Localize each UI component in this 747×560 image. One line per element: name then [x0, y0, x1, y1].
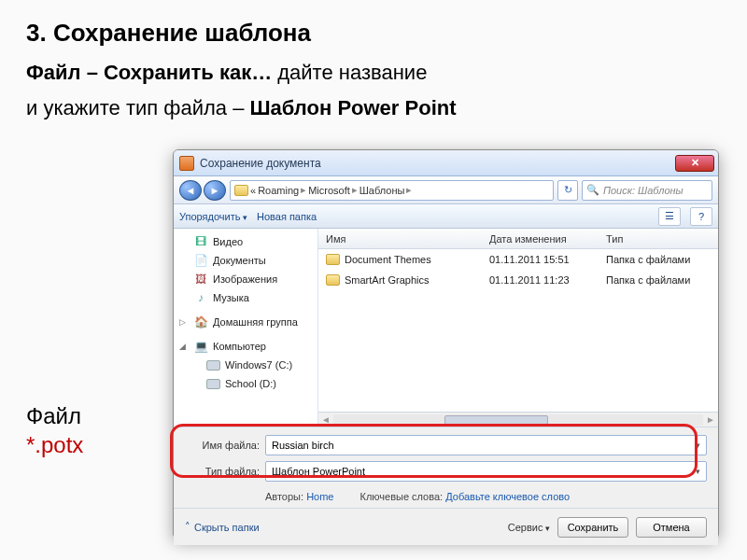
keywords-label: Ключевые слова: — [359, 491, 443, 502]
close-button[interactable]: ✕ — [675, 155, 714, 172]
expand-icon[interactable]: ◢ — [179, 342, 189, 351]
disk-icon — [206, 360, 220, 371]
save-as-dialog: Сохранение документа ✕ ◄ ► « Roaming▸ Mi… — [173, 149, 719, 539]
toolbar: Упорядочить Новая папка ☰ ? — [174, 204, 718, 229]
col-date[interactable]: Дата изменения — [482, 233, 599, 245]
scroll-thumb[interactable] — [444, 415, 548, 425]
scroll-left[interactable]: ◄ — [318, 414, 333, 425]
row-date: 01.11.2011 11:23 — [482, 274, 599, 286]
organize-menu[interactable]: Упорядочить — [179, 211, 247, 222]
table-row[interactable]: SmartArt Graphics01.11.2011 11:23Папка с… — [318, 270, 718, 290]
nav-arrows: ◄ ► — [179, 180, 226, 201]
img-icon: 🖼 — [193, 272, 208, 287]
bc-root[interactable]: « — [250, 185, 256, 196]
hide-folders-toggle[interactable]: ˄ Скрыть папки — [185, 521, 260, 533]
col-type[interactable]: Тип — [599, 233, 718, 245]
slide-bold-2: Шаблон Power Point — [249, 96, 456, 119]
folder-icon — [234, 185, 248, 196]
row-name: Document Themes — [345, 254, 431, 265]
h-scrollbar[interactable]: ◄ ► — [318, 412, 718, 427]
keywords-value[interactable]: Добавьте ключевое слово — [445, 491, 570, 502]
nav-bar: ◄ ► « Roaming▸ Microsoft▸ Шаблоны▸ ↻ 🔍 П… — [174, 176, 718, 204]
bc-2[interactable]: Microsoft — [308, 185, 350, 196]
video-icon: 🎞 — [193, 234, 208, 249]
filename-label: Имя файла: — [185, 440, 260, 451]
view-mode-button[interactable]: ☰ — [658, 207, 681, 226]
filetype-value: Шаблон PowerPoint — [272, 466, 365, 477]
dialog-footer: ˄ Скрыть папки Сервис Сохранить Отмена — [174, 508, 718, 545]
search-icon: 🔍 — [586, 184, 599, 196]
file-extension-label: Файл *.potx — [26, 401, 83, 459]
slide-subline-2: и укажите тип файла – Шаблон Power Point — [0, 91, 747, 126]
slide-bold-1: Файл – Сохранить как… — [26, 61, 272, 84]
forward-button[interactable]: ► — [204, 180, 226, 201]
tree-label: Документы — [213, 255, 266, 266]
form-area: Имя файла: Russian birch Тип файла: Шабл… — [174, 427, 718, 508]
pc-icon: 💻 — [193, 339, 208, 354]
tree-item[interactable]: ◢💻Компьютер — [174, 337, 317, 356]
tree-label: Изображения — [213, 273, 277, 285]
filetype-select[interactable]: Шаблон PowerPoint — [265, 461, 707, 482]
ext-pattern: *.potx — [26, 430, 83, 459]
tree-item[interactable]: School (D:) — [174, 374, 317, 393]
scroll-right[interactable]: ► — [703, 414, 718, 425]
tree-label: Видео — [213, 236, 243, 247]
disk-icon — [206, 379, 220, 389]
save-button[interactable]: Сохранить — [557, 517, 628, 538]
row-name: SmartArt Graphics — [345, 274, 429, 286]
back-button[interactable]: ◄ — [179, 180, 202, 201]
tree-item[interactable]: Windows7 (C:) — [174, 356, 317, 374]
tree-item[interactable]: 🎞Видео — [174, 232, 317, 251]
folder-icon — [326, 274, 340, 286]
bc-3[interactable]: Шаблоны — [359, 185, 405, 196]
tree-label: Домашняя группа — [213, 316, 298, 328]
authors-value[interactable]: Home — [306, 491, 333, 502]
table-row[interactable]: Document Themes01.11.2011 15:51Папка с ф… — [318, 249, 718, 270]
slide-rest-1: дайте название — [272, 61, 427, 84]
tree-label: School (D:) — [225, 378, 276, 389]
doc-icon: 📄 — [193, 253, 208, 268]
row-type: Папка с файлами — [599, 254, 718, 265]
ext-word: Файл — [26, 401, 83, 430]
hide-folders-label: Скрыть папки — [194, 522, 260, 533]
filename-input[interactable]: Russian birch — [265, 435, 707, 455]
row-type: Папка с файлами — [599, 274, 718, 286]
chevron-up-icon: ˄ — [185, 521, 190, 533]
scroll-track[interactable] — [333, 414, 703, 426]
search-box[interactable]: 🔍 Поиск: Шаблоны — [582, 180, 712, 201]
folder-icon — [326, 254, 340, 265]
tools-menu[interactable]: Сервис — [508, 522, 550, 533]
expand-icon[interactable]: ▷ — [179, 317, 189, 327]
row-date: 01.11.2011 15:51 — [482, 254, 599, 265]
tree-label: Компьютер — [213, 341, 266, 352]
app-icon — [179, 156, 194, 171]
bc-1[interactable]: Roaming — [258, 185, 299, 196]
tree-label: Музыка — [213, 292, 249, 303]
tree-label: Windows7 (C:) — [225, 359, 292, 371]
authors-label: Авторы: — [265, 491, 303, 502]
tree-item[interactable]: ▷🏠Домашняя группа — [174, 313, 317, 331]
help-button[interactable]: ? — [690, 207, 712, 226]
cancel-button[interactable]: Отмена — [636, 517, 707, 538]
filetype-label: Тип файла: — [185, 466, 260, 477]
tree-item[interactable]: 📄Документы — [174, 251, 317, 270]
list-header[interactable]: Имя Дата изменения Тип — [318, 229, 718, 249]
slide-heading: 3. Сохранение шаблона — [0, 0, 747, 55]
refresh-button[interactable]: ↻ — [557, 180, 578, 201]
tree-item[interactable]: 🖼Изображения — [174, 270, 317, 288]
file-list[interactable]: Имя Дата изменения Тип Document Themes01… — [318, 229, 718, 427]
slide-plain-2: и укажите тип файла – — [26, 96, 249, 119]
meta-row: Авторы: Home Ключевые слова: Добавьте кл… — [185, 487, 707, 504]
breadcrumb[interactable]: « Roaming▸ Microsoft▸ Шаблоны▸ — [230, 180, 554, 201]
search-placeholder: Поиск: Шаблоны — [603, 185, 684, 196]
main-area: 🎞Видео📄Документы🖼Изображения♪Музыка▷🏠Дом… — [174, 229, 718, 427]
dialog-title: Сохранение документа — [200, 157, 675, 170]
filename-value: Russian birch — [272, 440, 334, 451]
music-icon: ♪ — [193, 290, 208, 305]
tree-item[interactable]: ♪Музыка — [174, 288, 317, 307]
new-folder-button[interactable]: Новая папка — [257, 211, 317, 222]
col-name[interactable]: Имя — [318, 233, 482, 245]
nav-tree[interactable]: 🎞Видео📄Документы🖼Изображения♪Музыка▷🏠Дом… — [174, 229, 318, 427]
slide-subline-1: Файл – Сохранить как… дайте название — [0, 55, 747, 91]
titlebar: Сохранение документа ✕ — [174, 150, 718, 176]
